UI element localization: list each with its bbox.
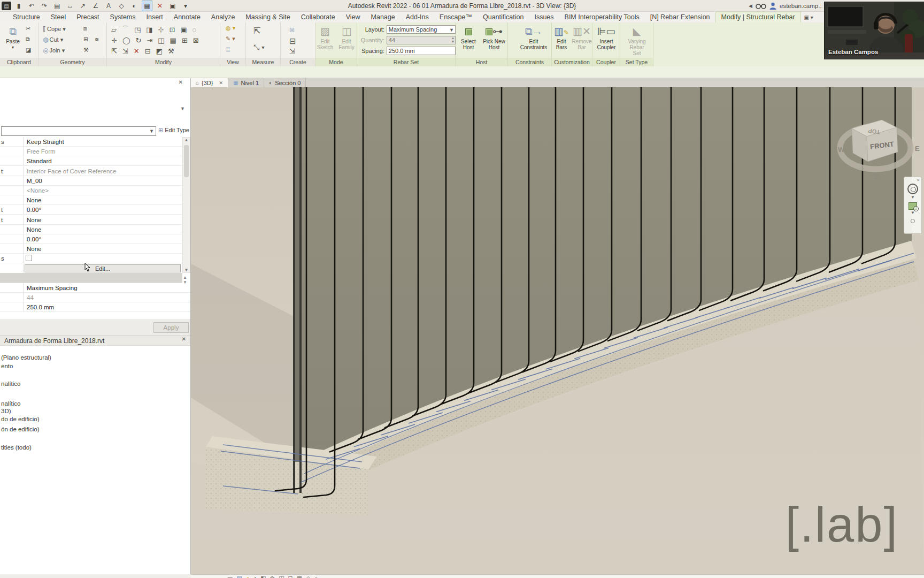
varying-rebar-set-button[interactable]: ◣ Varying Rebar Set bbox=[625, 25, 649, 56]
modify-tool-icon[interactable]: ◩ bbox=[156, 47, 163, 55]
property-value[interactable]: <None> bbox=[24, 186, 182, 195]
crop-view-icon[interactable]: ◫ bbox=[279, 575, 284, 578]
browser-tree-item[interactable]: (Plano estructural) bbox=[1, 354, 51, 361]
select-host-button[interactable]: Select Host bbox=[457, 25, 480, 50]
pick-new-host-button[interactable]: ⊶ Pick New Host bbox=[482, 25, 506, 50]
modify-tool-icon[interactable]: ◨ bbox=[146, 26, 152, 34]
modify-tool-icon[interactable]: ⊹ bbox=[158, 26, 164, 34]
analytical-model-icon[interactable]: ⌂ bbox=[314, 575, 318, 578]
ribbon-tab-modify-contextual[interactable]: Modify | Structural Rebar bbox=[715, 12, 801, 22]
scale-icon[interactable]: ▭ bbox=[227, 575, 233, 578]
spinner-icon[interactable]: ▲▼ bbox=[451, 36, 455, 44]
edit-constraints-button[interactable]: ⧉→ Edit Constraints bbox=[518, 25, 550, 50]
modify-tool-icon[interactable]: ⊟ bbox=[145, 47, 151, 55]
measure-between-icon[interactable]: ⤡ ▾ bbox=[253, 43, 265, 52]
ribbon-tab-enscape-[interactable]: Enscape™ bbox=[434, 12, 478, 22]
browser-tree-item[interactable]: do de edificio) bbox=[1, 416, 40, 422]
property-value[interactable]: Free Form bbox=[24, 147, 182, 156]
ribbon-tab-analyze[interactable]: Analyze bbox=[206, 12, 240, 22]
close-inactive-windows-icon[interactable]: ✕ bbox=[155, 1, 165, 11]
navigation-bar[interactable]: ✕ ▼ ▼ bbox=[904, 177, 922, 234]
modify-tool-icon[interactable]: ✕ bbox=[134, 47, 140, 55]
property-value[interactable]: 250.0 mm bbox=[24, 302, 190, 311]
modify-tool-icon[interactable]: ⊡ bbox=[170, 26, 175, 34]
edit-sketch-button[interactable]: ▨ Edit Sketch bbox=[314, 25, 336, 50]
modify-tool-icon[interactable]: ⊞ bbox=[182, 36, 188, 44]
layout-select[interactable]: Maximum Spacing▼ bbox=[387, 25, 456, 34]
ribbon-tab-issues[interactable]: Issues bbox=[529, 12, 559, 22]
ribbon-tab-annotate[interactable]: Annotate bbox=[168, 12, 206, 22]
property-checkbox[interactable] bbox=[26, 255, 32, 261]
property-value[interactable]: Maximum Spacing bbox=[24, 283, 190, 292]
undo-icon[interactable]: ↶ bbox=[26, 1, 37, 11]
modify-tool-icon[interactable]: ▱ bbox=[111, 26, 117, 34]
project-browser-header[interactable]: Armadura de Forma Libre_2018.rvt bbox=[0, 335, 190, 346]
print-icon[interactable]: ▤ bbox=[52, 1, 63, 11]
view-tab-nivel1[interactable]: ▦Nivel 1 bbox=[228, 78, 264, 87]
render-icon[interactable]: ◍ bbox=[270, 575, 275, 578]
property-value[interactable]: M_00 bbox=[24, 176, 182, 185]
section-icon[interactable]: ◐ bbox=[129, 1, 140, 11]
modify-tool-icon[interactable]: ▤ bbox=[170, 36, 176, 44]
spacing-input[interactable]: 250.0 mm bbox=[387, 47, 456, 55]
edit-family-button[interactable]: ◫ Edit Family bbox=[336, 25, 357, 50]
modify-tool-icon[interactable]: ⇱ bbox=[111, 47, 117, 55]
modify-tool-icon[interactable]: ⊠ bbox=[193, 36, 199, 44]
modify-tool-icon[interactable]: ◫ bbox=[158, 36, 164, 44]
ribbon-tab-precast[interactable]: Precast bbox=[71, 12, 104, 22]
angle-icon[interactable]: ∠ bbox=[90, 1, 101, 11]
paint-icon[interactable]: ✎ ▾ bbox=[226, 35, 235, 42]
create-similar-icon[interactable]: ⊟ bbox=[289, 36, 296, 46]
view-tab-seccin0[interactable]: ◐Sección 0 bbox=[264, 78, 306, 87]
sun-path-icon[interactable]: ◑ bbox=[253, 575, 257, 578]
navbar-chevron2-icon[interactable]: ▼ bbox=[911, 211, 915, 215]
view-tab-3d[interactable]: ⌂{3D}✕ bbox=[191, 78, 228, 87]
redo-icon[interactable]: ↷ bbox=[39, 1, 50, 11]
browser-tree-item[interactable]: ento bbox=[1, 363, 13, 369]
edit-rebar-button[interactable]: Edit... bbox=[25, 264, 181, 272]
modify-tool-icon[interactable]: ◌ bbox=[192, 26, 197, 34]
ribbon-tab-steel[interactable]: Steel bbox=[45, 12, 72, 22]
modify-tool-icon[interactable]: ◯ bbox=[122, 36, 130, 44]
steering-wheel-icon[interactable] bbox=[907, 184, 918, 194]
view-cube[interactable]: TOP FRONT W S E bbox=[833, 106, 923, 186]
ribbon-tab-quantification[interactable]: Quantification bbox=[478, 12, 529, 22]
ribbon-display-toggle-icon[interactable]: ▣ ▾ bbox=[801, 13, 817, 22]
create-group-icon[interactable]: ⧈ bbox=[289, 25, 295, 34]
modify-tool-icon[interactable]: ⚒ bbox=[168, 47, 174, 55]
paste-button[interactable]: ⧉ Paste ▾ bbox=[1, 25, 25, 50]
property-value[interactable]: Keep Straight bbox=[24, 137, 182, 146]
signed-in-user[interactable]: esteban.camp... bbox=[780, 3, 822, 9]
property-value[interactable]: Standard bbox=[24, 156, 182, 165]
type-selector-dropdown-icon[interactable]: ▼ bbox=[180, 106, 185, 111]
demolish-icon[interactable]: ⚒ bbox=[83, 47, 89, 54]
modify-tool-icon[interactable]: ▣ bbox=[180, 26, 187, 34]
navbar-chevron-icon[interactable]: ▼ bbox=[911, 195, 915, 199]
navbar-handle[interactable] bbox=[911, 219, 915, 223]
property-value[interactable]: 0.00° bbox=[24, 234, 182, 244]
scrollbar-thumb[interactable] bbox=[184, 145, 189, 177]
crop-visible-icon[interactable]: ⊡ bbox=[288, 575, 293, 578]
modify-tool-icon[interactable]: ◳ bbox=[134, 26, 141, 34]
project-browser-close-icon[interactable]: ✕ bbox=[182, 336, 186, 342]
view-visibility-icon[interactable]: ◍ ▾ bbox=[226, 25, 235, 32]
unjoin-icon[interactable]: ⧇ bbox=[95, 36, 99, 43]
edit-type-button[interactable]: ⊞ Edit Type bbox=[158, 127, 189, 134]
ribbon-tab-view[interactable]: View bbox=[341, 12, 366, 22]
zoom-tool-icon[interactable] bbox=[908, 202, 917, 210]
linework-icon[interactable]: ≣ bbox=[226, 46, 230, 53]
create-assembly-icon[interactable]: ⇲ bbox=[289, 47, 295, 55]
modify-tool-icon[interactable]: ⌒ bbox=[122, 25, 129, 34]
ribbon-tab-massing-site[interactable]: Massing & Site bbox=[240, 12, 295, 22]
shadows-icon[interactable]: ◧ bbox=[260, 575, 266, 578]
match-properties-icon[interactable]: ◪ bbox=[26, 47, 31, 54]
property-value[interactable]: None bbox=[24, 244, 182, 253]
search-binoculars-icon[interactable] bbox=[756, 3, 766, 10]
property-value[interactable]: None bbox=[24, 215, 182, 224]
beam-systems-icon[interactable]: ⧈ bbox=[83, 25, 87, 32]
ribbon-tab-structure[interactable]: Structure bbox=[7, 12, 45, 22]
reveal-hidden-icon[interactable]: ◇ bbox=[306, 575, 310, 578]
property-value[interactable]: 0.00° bbox=[24, 205, 182, 214]
copy-icon[interactable]: ⧉ bbox=[26, 36, 30, 43]
ribbon-tab-systems[interactable]: Systems bbox=[105, 12, 141, 22]
